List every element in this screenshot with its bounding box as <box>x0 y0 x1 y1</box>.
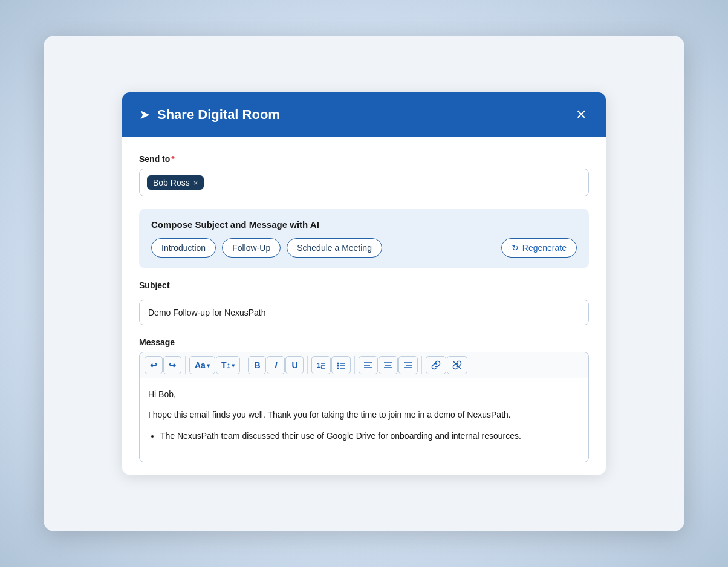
align-center-button[interactable] <box>379 356 398 374</box>
modal-body: Send to* Bob Ross × Compose Subject and … <box>122 137 606 475</box>
ai-chip-schedule-meeting[interactable]: Schedule a Meeting <box>287 238 382 258</box>
svg-point-5 <box>337 365 339 367</box>
recipient-name: Bob Ross <box>153 178 190 187</box>
regenerate-icon: ↻ <box>512 243 519 253</box>
ordered-list-icon: 1. <box>317 361 325 369</box>
header-left: ➤ Share Digital Room <box>139 107 280 123</box>
message-greeting: Hi Bob, <box>148 387 580 401</box>
send-to-input[interactable]: Bob Ross × <box>139 169 589 196</box>
align-left-button[interactable] <box>359 356 378 374</box>
toolbar-link-group <box>426 356 467 374</box>
subject-input[interactable] <box>139 300 589 325</box>
modal: ➤ Share Digital Room ✕ Send to* Bob Ross… <box>122 92 606 475</box>
underline-button[interactable]: U <box>285 356 304 374</box>
text-style-button[interactable]: T↕ ▾ <box>216 356 241 374</box>
ai-compose-title: Compose Subject and Message with AI <box>151 219 577 230</box>
insert-link-button[interactable] <box>426 356 446 374</box>
close-button[interactable]: ✕ <box>573 106 589 124</box>
send-icon: ➤ <box>139 107 150 123</box>
regenerate-button[interactable]: ↻ Regenerate <box>501 238 577 258</box>
unordered-list-icon <box>337 361 345 369</box>
message-bullet-list: The NexusPath team discussed their use o… <box>160 429 580 442</box>
align-left-icon <box>364 361 372 369</box>
font-chevron-icon: ▾ <box>207 362 210 369</box>
regenerate-label: Regenerate <box>522 243 567 253</box>
style-chevron-icon: ▾ <box>232 362 235 369</box>
ai-chip-follow-up[interactable]: Follow-Up <box>222 238 281 258</box>
ordered-list-button[interactable]: 1. <box>311 356 331 374</box>
toolbar-history-group: ↩ ↪ <box>145 356 186 374</box>
message-body[interactable]: Hi Bob, I hope this email finds you well… <box>139 378 589 462</box>
align-right-button[interactable] <box>398 356 418 374</box>
modal-header: ➤ Share Digital Room ✕ <box>122 92 606 137</box>
message-section: Message ↩ ↪ Aa ▾ <box>139 337 589 462</box>
subject-label: Subject <box>139 280 589 290</box>
message-body-text: I hope this email finds you well. Thank … <box>148 408 580 421</box>
ai-buttons-row: Introduction Follow-Up Schedule a Meetin… <box>151 238 577 258</box>
toolbar-align-group <box>359 356 422 374</box>
redo-button[interactable]: ↪ <box>163 356 181 374</box>
unordered-list-button[interactable] <box>331 356 351 374</box>
align-center-icon <box>384 361 392 369</box>
link-icon <box>431 360 441 370</box>
toolbar-format-group: B I U <box>248 356 308 374</box>
message-toolbar: ↩ ↪ Aa ▾ T↕ ▾ <box>139 352 589 378</box>
italic-button[interactable]: I <box>267 356 285 374</box>
unlink-button[interactable] <box>447 356 467 374</box>
page-background: ➤ Share Digital Room ✕ Send to* Bob Ross… <box>0 0 728 567</box>
recipient-tag: Bob Ross × <box>147 175 204 190</box>
required-star: * <box>171 154 174 164</box>
svg-text:1.: 1. <box>317 361 322 369</box>
send-to-label: Send to* <box>139 154 589 164</box>
modal-title: Share Digital Room <box>157 107 280 123</box>
tag-remove-button[interactable]: × <box>193 178 198 187</box>
svg-point-6 <box>337 368 339 369</box>
message-bullet-1: The NexusPath team discussed their use o… <box>160 429 580 442</box>
ai-compose-section: Compose Subject and Message with AI Intr… <box>139 209 589 268</box>
toolbar-font-group: Aa ▾ T↕ ▾ <box>189 356 244 374</box>
ai-chip-introduction[interactable]: Introduction <box>151 238 216 258</box>
bold-button[interactable]: B <box>248 356 266 374</box>
unlink-icon <box>452 360 462 370</box>
device-frame: ➤ Share Digital Room ✕ Send to* Bob Ross… <box>44 36 684 531</box>
font-size-button[interactable]: Aa ▾ <box>189 356 215 374</box>
subject-section: Subject <box>139 280 589 325</box>
undo-button[interactable]: ↩ <box>145 356 163 374</box>
svg-point-4 <box>337 363 339 364</box>
toolbar-list-group: 1. <box>311 356 355 374</box>
message-label: Message <box>139 337 589 347</box>
align-right-icon <box>404 361 412 369</box>
